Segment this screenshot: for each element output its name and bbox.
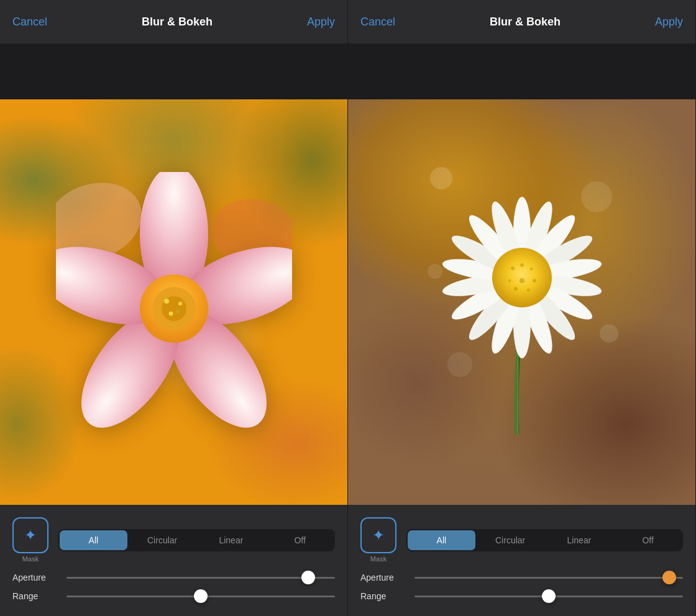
svg-point-35 — [533, 279, 536, 283]
right-header: Cancel Blur & Bokeh Apply — [348, 0, 695, 43]
right-seg-linear[interactable]: Linear — [546, 530, 613, 550]
svg-point-33 — [520, 263, 524, 267]
left-range-slider[interactable] — [66, 596, 335, 597]
left-mask-button[interactable]: ✦ — [12, 517, 48, 553]
left-segmented-row: ✦ Mask All Circular Linear Off — [12, 517, 335, 563]
right-title: Blur & Bokeh — [490, 16, 561, 29]
right-controls: ✦ Mask All Circular Linear Off Aperture … — [348, 505, 695, 616]
left-aperture-label: Aperture — [12, 573, 59, 582]
svg-point-39 — [511, 266, 515, 270]
left-aperture-row: Aperture — [12, 573, 335, 582]
left-apply-button[interactable]: Apply — [307, 16, 335, 29]
svg-point-40 — [520, 278, 524, 283]
right-seg-circular[interactable]: Circular — [477, 530, 544, 550]
right-aperture-thumb[interactable] — [662, 571, 676, 584]
daisy-svg — [410, 147, 634, 458]
right-range-label: Range — [360, 591, 407, 601]
left-seg-off[interactable]: Off — [266, 530, 334, 550]
left-seg-all[interactable]: All — [60, 530, 127, 550]
right-segmented-control: All Circular Linear Off — [406, 529, 683, 551]
left-controls: ✦ Mask All Circular Linear Off Aperture … — [0, 505, 347, 616]
right-range-row: Range — [360, 591, 683, 601]
right-seg-all[interactable]: All — [408, 530, 475, 550]
left-mask-wrap: ✦ Mask — [12, 517, 48, 563]
svg-point-38 — [508, 279, 511, 282]
svg-point-11 — [178, 302, 182, 306]
svg-point-41 — [430, 167, 452, 189]
right-aperture-row: Aperture — [360, 573, 683, 582]
right-aperture-label: Aperture — [360, 573, 407, 582]
svg-point-12 — [168, 311, 173, 315]
left-mask-label: Mask — [22, 555, 39, 563]
right-mask-wrap: ✦ Mask — [360, 517, 396, 563]
right-photo-daisy — [348, 99, 695, 505]
right-dark-bar — [348, 43, 695, 99]
left-range-thumb[interactable] — [194, 589, 208, 603]
svg-point-44 — [447, 352, 472, 377]
svg-point-34 — [529, 267, 533, 270]
left-dark-bar — [0, 43, 347, 99]
tulip-container — [0, 99, 347, 505]
right-panel: Cancel Blur & Bokeh Apply — [348, 0, 696, 616]
left-aperture-thumb[interactable] — [301, 571, 315, 584]
right-cancel-button[interactable]: Cancel — [360, 16, 395, 29]
right-aperture-slider[interactable] — [414, 577, 683, 579]
left-title: Blur & Bokeh — [142, 16, 213, 29]
right-apply-button[interactable]: Apply — [655, 16, 683, 29]
right-segmented-row: ✦ Mask All Circular Linear Off — [360, 517, 683, 563]
mask-icon: ✦ — [24, 527, 37, 544]
svg-point-13 — [176, 310, 180, 314]
left-range-row: Range — [12, 591, 335, 601]
left-segmented-control: All Circular Linear Off — [58, 529, 335, 551]
right-range-slider[interactable] — [414, 596, 683, 597]
right-range-thumb[interactable] — [542, 589, 556, 603]
left-photo-tulip — [0, 99, 347, 505]
right-seg-off[interactable]: Off — [614, 530, 682, 550]
left-cancel-button[interactable]: Cancel — [12, 16, 47, 29]
left-panel: Cancel Blur & Bokeh Apply — [0, 0, 348, 616]
left-seg-circular[interactable]: Circular — [129, 530, 196, 550]
left-header: Cancel Blur & Bokeh Apply — [0, 0, 347, 43]
svg-point-32 — [492, 248, 552, 307]
svg-point-43 — [600, 324, 618, 343]
left-photo-area — [0, 99, 347, 505]
right-mask-label: Mask — [370, 555, 387, 563]
right-photo-area — [348, 99, 695, 505]
svg-point-36 — [526, 288, 529, 291]
daisy-container — [348, 99, 695, 505]
right-mask-button[interactable]: ✦ — [360, 517, 396, 553]
left-aperture-slider[interactable] — [66, 577, 335, 579]
svg-point-45 — [428, 264, 442, 279]
right-mask-icon: ✦ — [372, 527, 385, 544]
svg-point-37 — [514, 287, 518, 291]
svg-point-10 — [164, 299, 169, 304]
left-seg-linear[interactable]: Linear — [198, 530, 265, 550]
svg-point-42 — [581, 181, 612, 212]
left-range-label: Range — [12, 591, 59, 601]
tulip-svg — [56, 172, 292, 433]
